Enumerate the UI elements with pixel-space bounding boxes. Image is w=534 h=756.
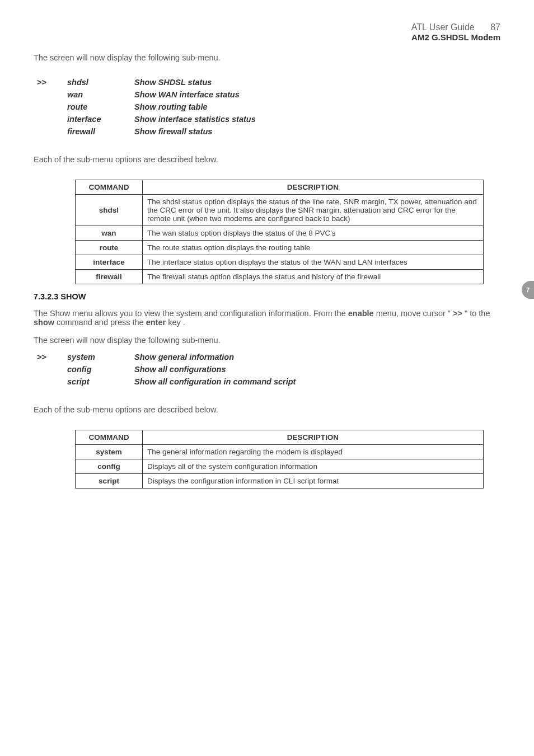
menu-row: interface Show interface statistics stat… xyxy=(37,115,500,124)
cursor-spacer xyxy=(37,377,67,386)
cmd-cell: interface xyxy=(76,255,143,270)
desc-cell: Displays the configuration information i… xyxy=(143,474,484,489)
menu-desc: Show general information xyxy=(134,353,500,361)
cmd-cell: script xyxy=(76,474,143,489)
menu-row: >> shdsl Show SHDSL status xyxy=(37,78,500,87)
menu-cmd: system xyxy=(67,353,134,361)
menu-cmd: interface xyxy=(67,115,134,124)
cursor-spacer xyxy=(37,90,67,99)
cmd-cell: route xyxy=(76,241,143,255)
table-row: script Displays the configuration inform… xyxy=(76,474,484,489)
menu-cmd: shdsl xyxy=(67,78,134,87)
table-row: firewall The firewall status option disp… xyxy=(76,270,484,284)
intro-text-2: The screen will now display the followin… xyxy=(34,336,500,345)
cmd-cell: system xyxy=(76,445,143,459)
intro-text-1: The screen will now display the followin… xyxy=(34,53,500,62)
cursor-spacer xyxy=(37,365,67,374)
cmd-cell: config xyxy=(76,459,143,474)
desc-cell: The firewall status option displays the … xyxy=(143,270,484,284)
table-row: system The general information regarding… xyxy=(76,445,484,459)
status-submenu: >> shdsl Show SHDSL status wan Show WAN … xyxy=(37,78,500,136)
page-number: 87 xyxy=(490,22,500,32)
cmd-cell: shdsl xyxy=(76,195,143,226)
menu-desc: Show SHDSL status xyxy=(134,78,500,87)
menu-row: >> system Show general information xyxy=(37,353,500,361)
table-row: shdsl The shdsl status option displays t… xyxy=(76,195,484,226)
text-fragment: The Show menu allows you to view the sys… xyxy=(34,309,348,318)
show-paragraph: The Show menu allows you to view the sys… xyxy=(34,309,500,327)
table-header-row: COMMAND DESCRIPTION xyxy=(76,430,484,445)
sub-desc-text-2: Each of the sub-menu options are describ… xyxy=(34,405,500,414)
text-fragment: " to the xyxy=(462,309,490,318)
menu-desc: Show firewall status xyxy=(134,127,500,136)
cursor-indicator: >> xyxy=(37,78,67,87)
menu-desc: Show interface statistics status xyxy=(134,115,500,124)
show-submenu: >> system Show general information confi… xyxy=(37,353,500,386)
device-subtitle: AM2 G.SHDSL Modem xyxy=(34,32,500,42)
table-header-row: COMMAND DESCRIPTION xyxy=(76,180,484,195)
bold-enter: enter xyxy=(146,318,166,327)
bold-enable: enable xyxy=(348,309,374,318)
desc-cell: Displays all of the system configuration… xyxy=(143,459,484,474)
col-header-description: DESCRIPTION xyxy=(143,180,484,195)
text-fragment: command and press the xyxy=(54,318,146,327)
cmd-cell: firewall xyxy=(76,270,143,284)
cmd-cell: wan xyxy=(76,226,143,241)
table-row: config Displays all of the system config… xyxy=(76,459,484,474)
text-fragment: menu, move cursor " xyxy=(374,309,453,318)
table-row: interface The interface status option di… xyxy=(76,255,484,270)
page-header: ATL User Guide 87 AM2 G.SHDSL Modem xyxy=(34,22,500,42)
menu-cmd: firewall xyxy=(67,127,134,136)
col-header-command: COMMAND xyxy=(76,180,143,195)
bold-show: show xyxy=(34,318,54,327)
menu-cmd: script xyxy=(67,377,134,386)
menu-row: route Show routing table xyxy=(37,102,500,111)
show-command-table: COMMAND DESCRIPTION system The general i… xyxy=(75,430,484,489)
desc-cell: The general information regarding the mo… xyxy=(143,445,484,459)
menu-cmd: wan xyxy=(67,90,134,99)
menu-row: script Show all configuration in command… xyxy=(37,377,500,386)
table-row: wan The wan status option displays the s… xyxy=(76,226,484,241)
col-header-description: DESCRIPTION xyxy=(143,430,484,445)
section-tab: 7 xyxy=(522,281,534,299)
section-heading-show: 7.3.2.3 SHOW xyxy=(34,292,500,301)
table-row: route The route status option displays t… xyxy=(76,241,484,255)
guide-title: ATL User Guide xyxy=(411,22,475,32)
status-command-table: COMMAND DESCRIPTION shdsl The shdsl stat… xyxy=(75,180,484,284)
col-header-command: COMMAND xyxy=(76,430,143,445)
bold-cursor: >> xyxy=(453,309,462,318)
cursor-spacer xyxy=(37,115,67,124)
sub-desc-text: Each of the sub-menu options are describ… xyxy=(34,155,500,164)
menu-desc: Show routing table xyxy=(134,102,500,111)
menu-desc: Show WAN interface status xyxy=(134,90,500,99)
desc-cell: The shdsl status option displays the sta… xyxy=(143,195,484,226)
desc-cell: The route status option displays the rou… xyxy=(143,241,484,255)
cursor-spacer xyxy=(37,102,67,111)
menu-row: firewall Show firewall status xyxy=(37,127,500,136)
text-fragment: key . xyxy=(166,318,185,327)
menu-desc: Show all configuration in command script xyxy=(134,377,500,386)
menu-row: wan Show WAN interface status xyxy=(37,90,500,99)
cursor-spacer xyxy=(37,127,67,136)
cursor-indicator: >> xyxy=(37,353,67,361)
desc-cell: The interface status option displays the… xyxy=(143,255,484,270)
menu-row: config Show all configurations xyxy=(37,365,500,374)
menu-desc: Show all configurations xyxy=(134,365,500,374)
menu-cmd: route xyxy=(67,102,134,111)
desc-cell: The wan status option displays the statu… xyxy=(143,226,484,241)
menu-cmd: config xyxy=(67,365,134,374)
